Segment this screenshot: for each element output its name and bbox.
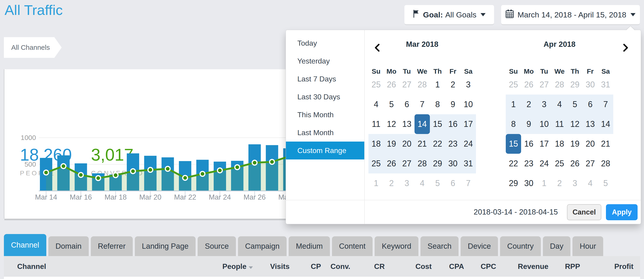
day-cell[interactable]: 3: [567, 173, 582, 193]
day-cell[interactable]: 16: [445, 114, 460, 134]
day-cell[interactable]: 1: [430, 75, 445, 95]
cancel-button[interactable]: Cancel: [567, 204, 601, 220]
day-cell[interactable]: 21: [598, 134, 613, 154]
column-header-cost[interactable]: Cost: [385, 262, 432, 271]
day-cell[interactable]: 13: [399, 114, 414, 134]
day-cell[interactable]: 25: [368, 154, 384, 173]
tab-device[interactable]: Device: [460, 236, 498, 256]
day-cell[interactable]: 12: [567, 114, 582, 134]
tab-source[interactable]: Source: [198, 236, 236, 256]
day-cell[interactable]: 21: [414, 134, 430, 154]
column-header-channel[interactable]: Channel: [17, 262, 207, 271]
apply-button[interactable]: Apply: [606, 204, 638, 220]
breadcrumb-all-channels[interactable]: All Channels: [4, 37, 62, 58]
preset-this-month[interactable]: This Month: [286, 106, 364, 124]
day-cell[interactable]: 29: [506, 173, 521, 193]
day-cell[interactable]: 9: [445, 95, 460, 114]
day-cell[interactable]: 11: [552, 114, 567, 134]
next-month-button[interactable]: [619, 42, 632, 54]
day-cell[interactable]: 22: [430, 134, 445, 154]
day-cell[interactable]: 26: [521, 75, 536, 95]
day-cell[interactable]: 28: [414, 154, 430, 173]
day-cell[interactable]: 27: [399, 154, 414, 173]
preset-last-month[interactable]: Last Month: [286, 124, 364, 142]
column-header-cpa[interactable]: CPA: [432, 262, 464, 271]
day-cell[interactable]: 31: [598, 75, 613, 95]
day-cell[interactable]: 25: [506, 75, 521, 95]
day-cell[interactable]: 16: [521, 134, 536, 154]
preset-last-30-days[interactable]: Last 30 Days: [286, 88, 364, 106]
day-cell[interactable]: 28: [552, 75, 567, 95]
day-cell[interactable]: 3: [460, 75, 476, 95]
day-cell[interactable]: 1: [506, 95, 521, 114]
day-cell[interactable]: 4: [552, 95, 567, 114]
day-cell[interactable]: 3: [399, 173, 414, 193]
day-cell[interactable]: 23: [521, 154, 536, 173]
day-cell[interactable]: 2: [521, 95, 536, 114]
column-header-profit[interactable]: Profit: [580, 262, 634, 271]
day-cell[interactable]: 9: [521, 114, 536, 134]
day-cell[interactable]: 13: [582, 114, 598, 134]
day-cell[interactable]: 18: [368, 134, 384, 154]
day-cell[interactable]: 29: [567, 75, 582, 95]
tab-keyword[interactable]: Keyword: [374, 236, 418, 256]
day-cell[interactable]: 23: [445, 134, 460, 154]
day-cell[interactable]: 1: [536, 173, 552, 193]
day-cell[interactable]: 24: [460, 134, 476, 154]
day-cell[interactable]: 7: [414, 95, 430, 114]
tab-search[interactable]: Search: [420, 236, 459, 256]
selected-day-cell[interactable]: 14: [414, 114, 430, 134]
tab-content[interactable]: Content: [332, 236, 373, 256]
day-cell[interactable]: 10: [536, 114, 552, 134]
day-cell[interactable]: 26: [567, 154, 582, 173]
tab-domain[interactable]: Domain: [48, 236, 89, 256]
day-cell[interactable]: 5: [567, 95, 582, 114]
column-header-visits[interactable]: Visits: [253, 262, 290, 271]
date-range-button[interactable]: March 14, 2018 - April 15, 2018: [501, 5, 640, 24]
preset-last-7-days[interactable]: Last 7 Days: [286, 70, 364, 88]
day-cell[interactable]: 5: [430, 173, 445, 193]
tab-channel[interactable]: Channel: [4, 234, 46, 256]
column-header-revenue[interactable]: Revenue: [496, 262, 548, 271]
day-cell[interactable]: 2: [384, 173, 399, 193]
day-cell[interactable]: 6: [582, 95, 598, 114]
tab-day[interactable]: Day: [543, 236, 571, 256]
goal-selector-button[interactable]: Goal: All Goals: [404, 5, 494, 24]
day-cell[interactable]: 17: [536, 134, 552, 154]
day-cell[interactable]: 26: [384, 154, 399, 173]
day-cell[interactable]: 6: [399, 95, 414, 114]
day-cell[interactable]: 24: [536, 154, 552, 173]
day-cell[interactable]: 2: [445, 75, 460, 95]
day-cell[interactable]: 8: [506, 114, 521, 134]
day-cell[interactable]: 19: [567, 134, 582, 154]
day-cell[interactable]: 6: [445, 173, 460, 193]
day-cell[interactable]: 30: [521, 173, 536, 193]
day-cell[interactable]: 8: [430, 95, 445, 114]
day-cell[interactable]: 18: [552, 134, 567, 154]
day-cell[interactable]: 2: [552, 173, 567, 193]
tab-hour[interactable]: Hour: [572, 236, 603, 256]
day-cell[interactable]: 4: [368, 95, 384, 114]
day-cell[interactable]: 11: [368, 114, 384, 134]
day-cell[interactable]: 1: [368, 173, 384, 193]
day-cell[interactable]: 7: [598, 95, 613, 114]
column-header-cp[interactable]: CP: [290, 262, 321, 271]
column-header-cr[interactable]: CR: [350, 262, 385, 271]
day-cell[interactable]: 27: [582, 154, 598, 173]
day-cell[interactable]: 12: [384, 114, 399, 134]
day-cell[interactable]: 30: [445, 154, 460, 173]
day-cell[interactable]: 19: [384, 134, 399, 154]
tab-medium[interactable]: Medium: [289, 236, 330, 256]
column-header-cpc[interactable]: CPC: [464, 262, 496, 271]
day-cell[interactable]: 28: [414, 75, 430, 95]
day-cell[interactable]: 17: [460, 114, 476, 134]
traffic-bar-line-chart[interactable]: 5001000Mar 14Mar 16Mar 18Mar 20Mar 22Mar…: [4, 128, 286, 220]
day-cell[interactable]: 15: [430, 114, 445, 134]
day-cell[interactable]: 5: [384, 95, 399, 114]
tab-country[interactable]: Country: [500, 236, 541, 256]
preset-today[interactable]: Today: [286, 34, 364, 52]
day-cell[interactable]: 29: [430, 154, 445, 173]
day-cell[interactable]: 20: [582, 134, 598, 154]
day-cell[interactable]: 26: [384, 75, 399, 95]
tab-campaign[interactable]: Campaign: [238, 236, 286, 256]
